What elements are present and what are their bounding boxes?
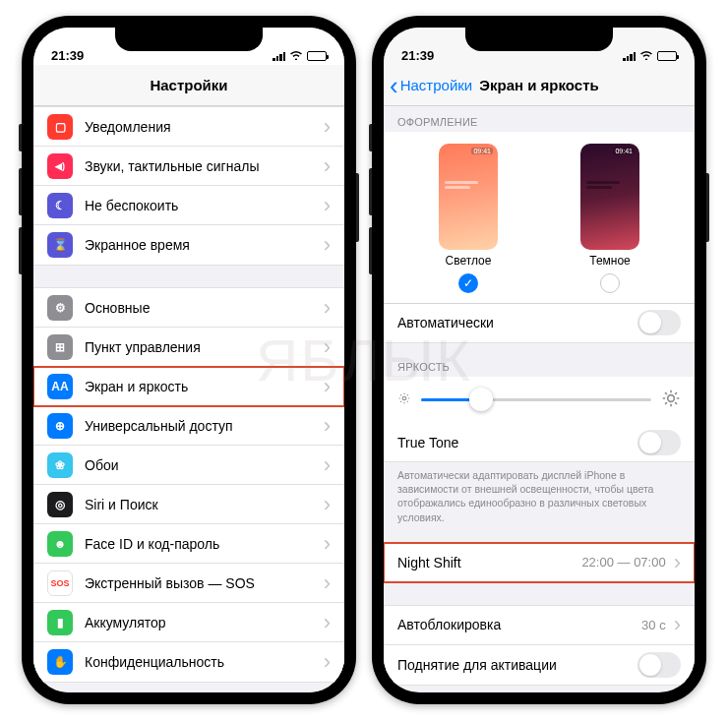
notch [115, 28, 263, 51]
signal-icon [623, 51, 636, 61]
siri-icon: ◎ [47, 492, 73, 517]
notch [465, 28, 613, 51]
section-header: ОФОРМЛЕНИЕ [384, 106, 695, 132]
battery-icon [657, 51, 677, 61]
status-time: 21:39 [401, 48, 455, 63]
phone-display: 21:39 Настройки Экран и яркость О [372, 16, 706, 704]
settings-row-controlcenter[interactable]: ⊞Пункт управления [33, 328, 344, 367]
truetone-row[interactable]: True Tone [384, 423, 695, 462]
row-label: Конфиденциальность [85, 654, 320, 670]
back-label: Настройки [400, 77, 473, 93]
row-label: Звуки, тактильные сигналы [85, 158, 320, 174]
settings-row-display[interactable]: AAЭкран и яркость [33, 367, 344, 406]
brightness-high-icon [661, 389, 681, 411]
row-label: Пункт управления [85, 339, 320, 355]
toggle-off-icon[interactable] [637, 430, 681, 455]
general-icon: ⚙ [47, 295, 73, 321]
battery-icon [307, 51, 327, 61]
status-time: 21:39 [51, 48, 105, 63]
settings-row-wallpaper[interactable]: ❀Обои [33, 446, 344, 485]
row-label: Аккумулятор [85, 615, 320, 630]
row-label: Face ID и код-пароль [85, 536, 320, 552]
settings-row-notifications[interactable]: ▢Уведомления [33, 107, 344, 147]
sos-icon: SOS [47, 570, 73, 596]
screentime-icon: ⌛ [47, 232, 73, 258]
signal-icon [273, 51, 285, 61]
notifications-icon: ▢ [47, 114, 73, 140]
settings-row-battery[interactable]: ▮Аккумулятор [33, 603, 344, 642]
back-button[interactable]: Настройки [384, 73, 472, 98]
battery-icon: ▮ [47, 610, 73, 635]
section-header: ЯРКОСТЬ [384, 343, 695, 377]
settings-row-siri[interactable]: ◎Siri и Поиск [33, 485, 344, 524]
accessibility-icon: ⊕ [47, 413, 73, 439]
display-icon: AA [47, 374, 73, 399]
appearance-selector: 09:41 Светлое 09:41 Темное [384, 132, 695, 303]
settings-row-screentime[interactable]: ⌛Экранное время [33, 225, 344, 265]
phone-settings: 21:39 Настройки ▢Уведомления◀︎)Звуки, та… [22, 16, 356, 704]
row-label: Не беспокоить [85, 198, 320, 213]
row-label: Основные [85, 300, 320, 316]
nightshift-row[interactable]: Night Shift 22:00 — 07:00 [384, 543, 695, 582]
truetone-footnote: Автоматически адаптировать дисплей iPhon… [384, 462, 695, 524]
brightness-slider[interactable] [421, 398, 651, 401]
chevron-left-icon [390, 73, 398, 98]
row-label: Экстренный вызов — SOS [85, 575, 320, 591]
autolock-label: Автоблокировка [397, 617, 641, 632]
truetone-label: True Tone [397, 435, 637, 450]
faceid-icon: ☻ [47, 531, 73, 557]
settings-row-privacy[interactable]: ✋Конфиденциальность [33, 642, 344, 682]
wifi-icon [289, 49, 303, 63]
appearance-light-label: Светлое [439, 254, 498, 268]
brightness-slider-row [384, 377, 695, 423]
settings-row-general[interactable]: ⚙Основные [33, 288, 344, 328]
settings-row-sos[interactable]: SOSЭкстренный вызов — SOS [33, 564, 344, 603]
svg-point-1 [668, 394, 675, 401]
brightness-low-icon [397, 391, 411, 408]
page-title: Настройки [33, 77, 344, 93]
controlcenter-icon: ⊞ [47, 334, 73, 360]
settings-row-dnd[interactable]: ☾Не беспокоить [33, 186, 344, 225]
row-label: Siri и Поиск [85, 497, 320, 512]
radio-checked-icon[interactable] [458, 273, 478, 293]
appearance-dark-label: Темное [580, 254, 639, 268]
svg-point-0 [402, 396, 406, 400]
row-label: Экранное время [85, 237, 320, 253]
raise-row[interactable]: Поднятие для активации [384, 645, 695, 685]
nightshift-value: 22:00 — 07:00 [581, 555, 665, 570]
settings-row-sounds[interactable]: ◀︎)Звуки, тактильные сигналы [33, 147, 344, 186]
row-label: Уведомления [85, 119, 320, 135]
autolock-value: 30 с [641, 618, 666, 632]
wallpaper-icon: ❀ [47, 452, 73, 478]
settings-row-accessibility[interactable]: ⊕Универсальный доступ [33, 406, 344, 446]
privacy-icon: ✋ [47, 649, 73, 675]
navbar: Настройки Экран и яркость [384, 65, 695, 106]
wifi-icon [639, 49, 653, 63]
dnd-icon: ☾ [47, 193, 73, 218]
appearance-light[interactable]: 09:41 Светлое [439, 144, 498, 293]
row-label: Обои [85, 457, 320, 473]
navbar: Настройки [33, 65, 344, 106]
appearance-dark[interactable]: 09:41 Темное [580, 144, 639, 293]
autolock-row[interactable]: Автоблокировка 30 с [384, 606, 695, 645]
toggle-off-icon[interactable] [637, 310, 681, 335]
row-label: Универсальный доступ [85, 418, 320, 434]
settings-row-faceid[interactable]: ☻Face ID и код-пароль [33, 524, 344, 564]
raise-label: Поднятие для активации [397, 657, 637, 673]
automatic-row[interactable]: Автоматически [384, 304, 695, 343]
sounds-icon: ◀︎) [47, 153, 73, 179]
row-label: Экран и яркость [85, 379, 320, 394]
radio-unchecked-icon[interactable] [600, 273, 620, 293]
toggle-off-icon[interactable] [637, 652, 681, 678]
nightshift-label: Night Shift [397, 555, 581, 570]
automatic-label: Автоматически [397, 315, 637, 330]
